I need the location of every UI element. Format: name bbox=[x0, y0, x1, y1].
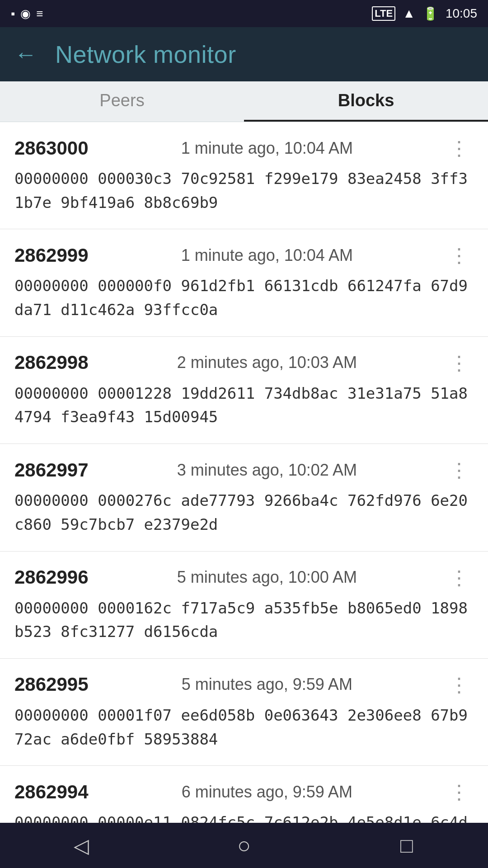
block-item-header: 2862995 5 minutes ago, 9:59 AM ⋮ bbox=[14, 673, 474, 696]
block-list: 2863000 1 minute ago, 10:04 AM ⋮ 0000000… bbox=[0, 122, 488, 868]
block-item: 2862997 3 minutes ago, 10:02 AM ⋮ 000000… bbox=[0, 444, 488, 551]
block-hash: 00000000 00001f07 ee6d058b 0e063643 2e30… bbox=[14, 703, 474, 751]
tabs-bar: Peers Blocks bbox=[0, 81, 488, 122]
status-bar: ▪ ◉ ≡ LTE ▲ 🔋 10:05 bbox=[0, 0, 488, 27]
block-item-header: 2862996 5 minutes ago, 10:00 AM ⋮ bbox=[14, 566, 474, 589]
block-item-header: 2862999 1 minute ago, 10:04 AM ⋮ bbox=[14, 244, 474, 267]
block-time: 3 minutes ago, 10:02 AM bbox=[177, 461, 357, 480]
clock: 10:05 bbox=[446, 6, 477, 21]
block-item: 2863000 1 minute ago, 10:04 AM ⋮ 0000000… bbox=[0, 122, 488, 229]
tab-blocks[interactable]: Blocks bbox=[244, 81, 488, 122]
block-item-header: 2862994 6 minutes ago, 9:59 AM ⋮ bbox=[14, 780, 474, 803]
more-options-button[interactable]: ⋮ bbox=[446, 780, 474, 803]
nav-back-button[interactable] bbox=[63, 832, 99, 859]
block-hash: 00000000 0000276c ade77793 9266ba4c 762f… bbox=[14, 489, 474, 536]
block-time: 6 minutes ago, 9:59 AM bbox=[182, 783, 352, 802]
block-time: 5 minutes ago, 9:59 AM bbox=[182, 675, 352, 694]
block-number: 2862998 bbox=[14, 352, 89, 373]
block-time: 1 minute ago, 10:04 AM bbox=[181, 246, 353, 265]
sync-icon: ◉ bbox=[20, 7, 31, 21]
back-button[interactable]: ← bbox=[14, 43, 37, 66]
battery-icon: 🔋 bbox=[422, 6, 438, 21]
block-number: 2862996 bbox=[14, 566, 89, 588]
page-title: Network monitor bbox=[55, 40, 236, 68]
more-options-button[interactable]: ⋮ bbox=[446, 673, 474, 696]
block-item: 2862996 5 minutes ago, 10:00 AM ⋮ 000000… bbox=[0, 552, 488, 659]
more-options-button[interactable]: ⋮ bbox=[446, 244, 474, 267]
block-number: 2862999 bbox=[14, 245, 89, 266]
signal-icon: ▲ bbox=[403, 6, 415, 21]
block-item: 2862999 1 minute ago, 10:04 AM ⋮ 0000000… bbox=[0, 229, 488, 336]
sd-icon: ▪ bbox=[11, 7, 15, 21]
block-time: 2 minutes ago, 10:03 AM bbox=[177, 353, 357, 372]
block-item-header: 2862997 3 minutes ago, 10:02 AM ⋮ bbox=[14, 458, 474, 481]
more-options-button[interactable]: ⋮ bbox=[446, 458, 474, 481]
status-bar-left: ▪ ◉ ≡ bbox=[11, 7, 43, 21]
block-time: 5 minutes ago, 10:00 AM bbox=[177, 568, 357, 587]
block-hash: 00000000 000000f0 961d2fb1 66131cdb 6612… bbox=[14, 274, 474, 321]
block-number: 2862994 bbox=[14, 781, 89, 803]
block-hash: 00000000 000030c3 70c92581 f299e179 83ea… bbox=[14, 167, 474, 214]
bottom-nav bbox=[0, 823, 488, 868]
nav-home-button[interactable] bbox=[226, 832, 262, 859]
block-number: 2862995 bbox=[14, 674, 89, 695]
block-hash: 00000000 00001228 19dd2611 734db8ac 31e3… bbox=[14, 382, 474, 429]
more-options-button[interactable]: ⋮ bbox=[446, 566, 474, 589]
filter-icon: ≡ bbox=[36, 7, 43, 21]
lte-indicator: LTE bbox=[372, 6, 395, 21]
block-item: 2862995 5 minutes ago, 9:59 AM ⋮ 0000000… bbox=[0, 659, 488, 766]
more-options-button[interactable]: ⋮ bbox=[446, 351, 474, 374]
block-item-header: 2863000 1 minute ago, 10:04 AM ⋮ bbox=[14, 137, 474, 160]
status-bar-right: LTE ▲ 🔋 10:05 bbox=[372, 6, 477, 21]
tab-peers[interactable]: Peers bbox=[0, 81, 244, 122]
block-item: 2862998 2 minutes ago, 10:03 AM ⋮ 000000… bbox=[0, 337, 488, 444]
block-number: 2862997 bbox=[14, 459, 89, 481]
block-item-header: 2862998 2 minutes ago, 10:03 AM ⋮ bbox=[14, 351, 474, 374]
block-number: 2863000 bbox=[14, 137, 89, 159]
block-time: 1 minute ago, 10:04 AM bbox=[181, 139, 353, 158]
nav-recent-button[interactable] bbox=[389, 832, 425, 859]
more-options-button[interactable]: ⋮ bbox=[446, 137, 474, 160]
block-hash: 00000000 0000162c f717a5c9 a535fb5e b806… bbox=[14, 596, 474, 644]
app-header: ← Network monitor bbox=[0, 27, 488, 81]
